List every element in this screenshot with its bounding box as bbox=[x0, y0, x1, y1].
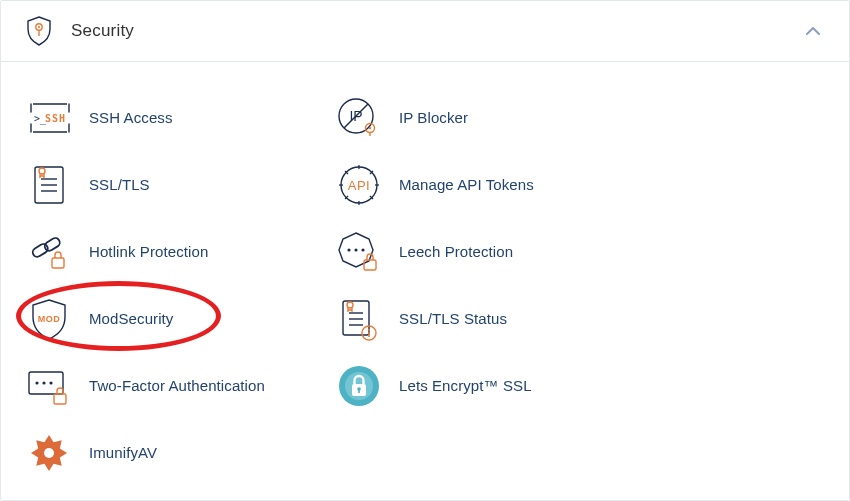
svg-point-15 bbox=[35, 381, 38, 384]
item-label: SSL/TLS Status bbox=[399, 310, 507, 327]
collapse-chevron-icon[interactable] bbox=[801, 19, 825, 43]
item-hotlink-protection[interactable]: Hotlink Protection bbox=[21, 218, 311, 285]
security-col-2: IP IP Blocker bbox=[331, 84, 621, 486]
svg-point-46 bbox=[368, 329, 370, 331]
item-ssl-tls[interactable]: SSL/TLS bbox=[21, 151, 311, 218]
item-ip-blocker[interactable]: IP IP Blocker bbox=[331, 84, 621, 151]
svg-point-19 bbox=[44, 448, 54, 458]
item-label: Manage API Tokens bbox=[399, 176, 534, 193]
svg-text:MOD: MOD bbox=[38, 314, 61, 324]
svg-point-16 bbox=[42, 381, 45, 384]
ip-blocker-icon: IP bbox=[335, 94, 383, 142]
item-label: IP Blocker bbox=[399, 109, 468, 126]
item-two-factor-auth[interactable]: Two-Factor Authentication bbox=[21, 352, 311, 419]
svg-point-37 bbox=[354, 248, 357, 251]
item-lets-encrypt-ssl[interactable]: Lets Encrypt™ SSL bbox=[331, 352, 621, 419]
item-leech-protection[interactable]: Leech Protection bbox=[331, 218, 621, 285]
svg-point-24 bbox=[369, 126, 371, 128]
item-label: SSL/TLS bbox=[89, 176, 150, 193]
api-token-icon: API bbox=[335, 161, 383, 209]
mod-shield-icon: MOD bbox=[25, 295, 73, 343]
svg-rect-14 bbox=[29, 372, 63, 394]
svg-point-38 bbox=[361, 248, 364, 251]
leech-lock-icon bbox=[335, 228, 383, 276]
item-label: SSH Access bbox=[89, 109, 173, 126]
svg-rect-11 bbox=[43, 236, 61, 252]
panel-header[interactable]: Security bbox=[1, 1, 849, 62]
certificate-icon bbox=[25, 161, 73, 209]
lock-badge-icon bbox=[335, 362, 383, 410]
svg-point-17 bbox=[49, 381, 52, 384]
svg-rect-52 bbox=[358, 390, 360, 393]
password-lock-icon bbox=[25, 362, 73, 410]
item-label: ImunifyAV bbox=[89, 444, 157, 461]
svg-rect-12 bbox=[52, 258, 64, 268]
item-ssh-access[interactable]: >_ SSH SSH Access bbox=[21, 84, 311, 151]
svg-rect-39 bbox=[364, 260, 376, 270]
svg-rect-18 bbox=[54, 394, 66, 404]
panel-header-left: Security bbox=[25, 17, 134, 45]
imunify-star-icon bbox=[25, 429, 73, 477]
item-ssl-tls-status[interactable]: SSL/TLS Status bbox=[331, 285, 621, 352]
item-manage-api-tokens[interactable]: API Manage API Tokens bbox=[331, 151, 621, 218]
chain-lock-icon bbox=[25, 228, 73, 276]
svg-text:SSH: SSH bbox=[45, 113, 66, 124]
security-col-1: >_ SSH SSH Access S bbox=[21, 84, 311, 486]
item-modsecurity[interactable]: MOD ModSecurity bbox=[21, 285, 311, 352]
cert-info-icon bbox=[335, 295, 383, 343]
panel-body: >_ SSH SSH Access S bbox=[1, 62, 849, 500]
item-imunifyav[interactable]: ImunifyAV bbox=[21, 419, 311, 486]
item-label: Lets Encrypt™ SSL bbox=[399, 377, 532, 394]
item-label: ModSecurity bbox=[89, 310, 173, 327]
svg-point-1 bbox=[38, 26, 40, 28]
svg-text:API: API bbox=[348, 178, 370, 193]
svg-point-36 bbox=[347, 248, 350, 251]
item-label: Leech Protection bbox=[399, 243, 513, 260]
ssh-icon: >_ SSH bbox=[25, 94, 73, 142]
item-label: Two-Factor Authentication bbox=[89, 377, 265, 394]
item-label: Hotlink Protection bbox=[89, 243, 208, 260]
security-panel: Security >_ SSH SSH Access bbox=[0, 0, 850, 501]
panel-title: Security bbox=[71, 21, 134, 41]
shield-icon bbox=[25, 17, 53, 45]
